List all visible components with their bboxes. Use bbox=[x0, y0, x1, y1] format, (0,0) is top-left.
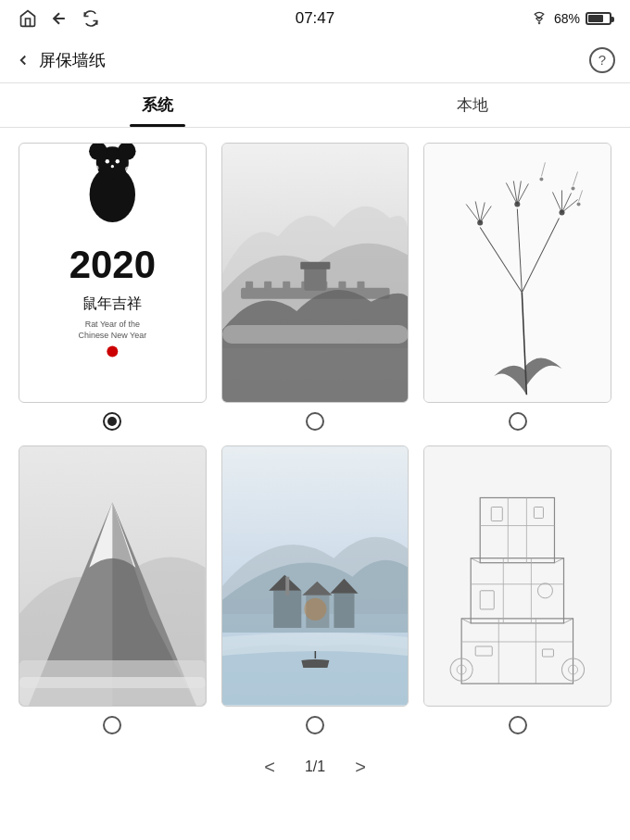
svg-point-65 bbox=[304, 598, 326, 621]
nav-back-button[interactable]: 屏保墙纸 bbox=[15, 49, 106, 71]
pagination: < 1/1 > bbox=[0, 738, 630, 796]
help-button[interactable]: ? bbox=[589, 47, 615, 73]
wallpaper-card-3[interactable] bbox=[423, 143, 611, 403]
svg-rect-55 bbox=[19, 678, 206, 706]
wallpaper-radio-6[interactable] bbox=[509, 716, 527, 734]
svg-point-5 bbox=[116, 159, 120, 163]
svg-point-52 bbox=[540, 177, 544, 181]
svg-point-4 bbox=[106, 159, 109, 163]
wallpaper-card-6[interactable] bbox=[423, 445, 611, 706]
wallpaper-card-5[interactable] bbox=[221, 445, 410, 706]
wallpaper-item-2[interactable] bbox=[221, 143, 410, 431]
svg-rect-62 bbox=[334, 594, 354, 628]
status-time: 07:47 bbox=[296, 9, 335, 28]
status-right: 68% bbox=[530, 11, 611, 26]
svg-rect-59 bbox=[285, 577, 289, 596]
svg-rect-19 bbox=[283, 282, 290, 291]
svg-point-9 bbox=[94, 166, 98, 170]
svg-rect-27 bbox=[424, 144, 611, 402]
chevron-left-icon bbox=[15, 52, 32, 69]
svg-point-6 bbox=[111, 165, 114, 168]
status-left bbox=[19, 9, 100, 28]
wallpaper-card-1[interactable]: 2020 鼠年吉祥 Rat Year of the Chinese New Ye… bbox=[19, 143, 207, 403]
tab-system-label: 系统 bbox=[142, 94, 173, 116]
nav-bar: 屏保墙纸 ? bbox=[0, 37, 630, 83]
svg-point-8 bbox=[130, 171, 133, 175]
home-icon bbox=[19, 9, 37, 28]
svg-rect-26 bbox=[222, 325, 409, 344]
wifi-icon bbox=[530, 11, 548, 26]
battery-icon bbox=[586, 12, 611, 25]
page-indicator: 1/1 bbox=[305, 759, 325, 775]
status-bar: 07:47 68% bbox=[0, 0, 630, 37]
wallpaper-item-1[interactable]: 2020 鼠年吉祥 Rat Year of the Chinese New Ye… bbox=[19, 143, 207, 431]
page-title: 屏保墙纸 bbox=[39, 49, 106, 71]
svg-text:Rat Year of the: Rat Year of the bbox=[85, 320, 140, 329]
svg-text:鼠年吉祥: 鼠年吉祥 bbox=[82, 295, 142, 311]
wallpaper-radio-2[interactable] bbox=[306, 412, 324, 431]
prev-page-button[interactable]: < bbox=[257, 753, 283, 782]
wallpaper-item-4[interactable] bbox=[19, 445, 207, 733]
wallpaper-radio-3[interactable] bbox=[509, 412, 527, 431]
svg-point-14 bbox=[107, 346, 118, 357]
svg-rect-17 bbox=[246, 282, 253, 291]
battery-percent: 68% bbox=[554, 11, 580, 26]
svg-rect-66 bbox=[424, 447, 611, 706]
wallpaper-card-4[interactable] bbox=[19, 445, 207, 706]
back-arrow-icon[interactable] bbox=[50, 9, 69, 28]
svg-rect-23 bbox=[357, 282, 364, 291]
wallpaper-item-6[interactable] bbox=[423, 445, 611, 733]
wallpaper-item-5[interactable] bbox=[221, 445, 410, 733]
svg-text:Chinese New Year: Chinese New Year bbox=[78, 331, 146, 340]
wallpaper-grid: 2020 鼠年吉祥 Rat Year of the Chinese New Ye… bbox=[0, 128, 630, 734]
wallpaper-radio-1[interactable] bbox=[103, 412, 121, 431]
tab-local[interactable]: 本地 bbox=[315, 83, 630, 127]
refresh-icon[interactable] bbox=[82, 9, 100, 28]
svg-rect-25 bbox=[300, 262, 330, 270]
wallpaper-card-2[interactable] bbox=[221, 143, 410, 403]
svg-point-48 bbox=[572, 186, 575, 190]
svg-rect-18 bbox=[264, 282, 271, 291]
svg-point-7 bbox=[125, 167, 130, 171]
next-page-button[interactable]: > bbox=[347, 753, 373, 782]
svg-text:2020: 2020 bbox=[69, 243, 156, 286]
svg-point-50 bbox=[577, 202, 581, 206]
tab-system[interactable]: 系统 bbox=[0, 83, 315, 127]
wallpaper-item-3[interactable] bbox=[423, 143, 611, 431]
svg-rect-57 bbox=[273, 591, 301, 628]
help-icon-label: ? bbox=[598, 52, 606, 68]
tab-local-label: 本地 bbox=[457, 94, 488, 116]
wallpaper-radio-5[interactable] bbox=[306, 716, 324, 734]
wallpaper-radio-4[interactable] bbox=[103, 716, 121, 734]
svg-rect-22 bbox=[338, 282, 346, 291]
tabs: 系统 本地 bbox=[0, 83, 630, 128]
